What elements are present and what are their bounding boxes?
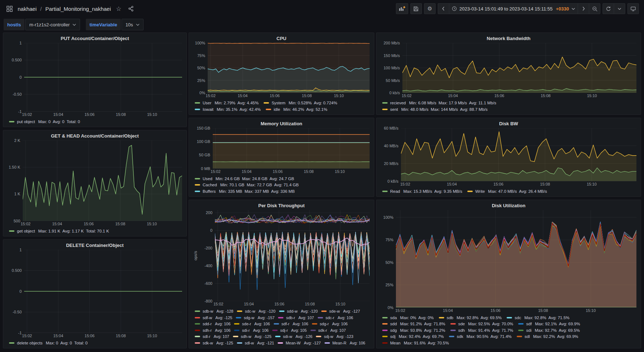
panel-title-diskbw[interactable]: Disk BW	[381, 119, 636, 128]
legend-item-sdf-w[interactable]: sdf-wAvg: -125	[195, 315, 232, 321]
legend-item-delete-objects[interactable]: delete objectsMax: 0 Avg: 0 Total: 0	[9, 340, 182, 346]
legend-item-sda[interactable]: sdaMax: 0% Avg: 0%	[382, 315, 434, 321]
variable-value-hostls[interactable]: m-r1z1s2-controller	[25, 19, 80, 30]
legend-item-sdl-w[interactable]: sdl-wAvg: -121	[237, 340, 274, 346]
panel-title-put[interactable]: PUT Account/Container/Object	[8, 34, 182, 43]
chart-canvas[interactable]	[213, 128, 370, 169]
chart-diskutil[interactable]: 100%75%50%25%0%15:0215:0415:0615:0815:10…	[381, 210, 636, 347]
dashboard-settings-button[interactable]: ⚙	[424, 3, 436, 14]
chart-cpu[interactable]: 100%75%50%25%0%15:0215:0415:0615:0815:10…	[193, 43, 370, 113]
zoom-out-button[interactable]	[589, 3, 600, 14]
legend-item-put-object[interactable]: put objectMax: 0 Avg: 0 Total: 0	[9, 119, 182, 125]
legend-item-sdf-r[interactable]: sdf-rAvg: 106	[274, 321, 308, 327]
panel-title-memory[interactable]: Memory Utilization	[193, 119, 370, 128]
legend-item-sdb-w[interactable]: sdb-wAvg: -128	[195, 308, 233, 314]
chart-canvas[interactable]	[208, 43, 370, 93]
legend-item-sdc-w[interactable]: sdc-wAvg: -120	[237, 308, 275, 314]
legend-item-sdi[interactable]: sdiMax: 92.7% Avg: 69.5%	[518, 327, 580, 334]
save-dashboard-button[interactable]	[410, 3, 422, 14]
legend-item-sdb[interactable]: sdbMax: 92.8% Avg: 69.5%	[439, 315, 502, 321]
legend-item-sent[interactable]: sentMin: 48.0 Mb/s Max: 144 Mb/s Avg: 88…	[382, 107, 636, 113]
legend-item-sdg-w[interactable]: sdg-wAvg: -157	[236, 315, 274, 321]
apps-grid-icon[interactable]	[5, 5, 14, 13]
series-color-marker	[195, 102, 200, 104]
legend-item-sdl-r[interactable]: sdl-rAvg: 107	[195, 334, 229, 340]
legend-item-recieved[interactable]: recievedMin: 6.08 Mb/s Max: 17.9 Mb/s Av…	[382, 100, 636, 106]
legend-item-sdj[interactable]: sdjMax: 92.4% Avg: 69.7%	[382, 334, 444, 340]
chart-canvas[interactable]	[24, 43, 182, 112]
legend-item-write[interactable]: WriteMax: 47.0 MB/s Avg: 26.4 MB/s	[467, 188, 547, 195]
legend-item-sdk-r[interactable]: sdk-rAvg: 107	[310, 327, 346, 334]
star-icon[interactable]: ☆	[115, 4, 123, 13]
legend-item-cached[interactable]: CachedMin: 70.1 GB Max: 72.7 GB Avg: 71.…	[195, 182, 370, 188]
chart-delete[interactable]: 10.5000-0.50-115:0215:0415:0615:0815:10d…	[8, 250, 182, 347]
legend-item-sdc-r[interactable]: sdc-rAvg: 106	[318, 315, 353, 321]
chart-perdisk[interactable]: ops/s2000-200-400-600-80015:0215:0415:06…	[193, 210, 370, 347]
legend-item-sdf[interactable]: sdfMax: 92.1% Avg: 69.9%	[518, 321, 580, 327]
legend-item-sdl[interactable]: sdlMax: 92.2% Avg: 69.9%	[517, 334, 578, 340]
panel-title-network[interactable]: Network Bandwidth	[381, 34, 636, 43]
legend-item-system[interactable]: SystemMin: 0.528% Avg: 0.724%	[264, 100, 337, 106]
refresh-button[interactable]	[603, 3, 614, 14]
chart-canvas[interactable]	[215, 210, 370, 301]
time-range-picker-button[interactable]: 2023-03-14 15:01:49 to 2023-03-14 15:11:…	[449, 3, 578, 14]
chart-canvas[interactable]	[24, 250, 182, 333]
legend-item-mean[interactable]: MeanMax: 91.6% Avg: 70.5%	[382, 340, 449, 346]
legend-item-sdd-w[interactable]: sdd-wAvg: -120	[279, 308, 318, 314]
legend-item-sde-w[interactable]: sde-wAvg: -127	[321, 308, 360, 314]
share-icon[interactable]	[127, 5, 135, 12]
refresh-interval-dropdown[interactable]	[614, 3, 625, 14]
legend-item-sdh-w[interactable]: sdh-wAvg: -125	[233, 334, 272, 340]
panel-title-get[interactable]: GET & HEAD Account/Container/Object	[8, 132, 182, 140]
y-tick-label: 75%	[197, 53, 205, 58]
legend-item-sdg[interactable]: sdgMax: 93.8% Avg: 71.2%	[382, 327, 445, 334]
series-stats: Avg: 107	[213, 334, 229, 340]
chart-canvas[interactable]	[23, 140, 182, 221]
kiosk-mode-button[interactable]	[627, 3, 639, 14]
panel-title-diskutil[interactable]: Disk Utilization	[381, 201, 636, 210]
variable-value-timevariable[interactable]: 10s	[122, 19, 144, 30]
timezone-offset: +0330	[556, 6, 569, 12]
legend-item-sdk[interactable]: sdkMax: 90.5% Avg: 71.4%	[449, 334, 512, 340]
legend-item-idle[interactable]: idleMin: 46.2% Avg: 52.1%	[266, 107, 327, 113]
legend-item-sdi-r[interactable]: sdi-rAvg: 106	[234, 327, 269, 334]
panel-title-cpu[interactable]: CPU	[193, 34, 370, 43]
legend-item-iowait[interactable]: IowaitMin: 35.1% Avg: 42.4%	[195, 107, 261, 113]
time-range-back-button[interactable]	[438, 3, 449, 14]
legend-item-read[interactable]: ReadMax: 15.3 MB/s Avg: 9.35 MB/s	[382, 188, 462, 195]
legend-item-sdc[interactable]: sdcMax: 92.8% Avg: 71.5%	[507, 315, 569, 321]
legend-item-used[interactable]: UsedMin: 24.6 GB Max: 24.8 GB Avg: 24.7 …	[195, 176, 370, 182]
panel-title-delete[interactable]: DELETE Container/Object	[8, 241, 182, 250]
chart-get[interactable]: 2 K1.50 K1 K50015:0215:0415:0615:0815:10…	[8, 140, 182, 235]
legend-item-sdg-r[interactable]: sdg-rAvg: 106	[312, 321, 348, 327]
add-panel-button[interactable]	[396, 3, 408, 14]
legend-item-sdh[interactable]: sdhMax: 91.4% Avg: 71.7%	[450, 327, 513, 334]
legend-item-sdj-r[interactable]: sdj-rAvg: 105	[272, 327, 307, 334]
legend-item-sde[interactable]: sdeMax: 92.5% Avg: 70.0%	[450, 321, 513, 327]
x-tick-label: 15:08	[302, 94, 312, 98]
chart-canvas[interactable]	[401, 128, 636, 181]
time-range-forward-button[interactable]	[578, 3, 589, 14]
legend-item-sde-r[interactable]: sde-rAvg: 106	[234, 321, 270, 327]
chart-diskbw[interactable]: 60 MB/s40 MB/s20 MB/s0 kB/s15:0215:0415:…	[381, 128, 636, 195]
chart-canvas[interactable]	[402, 43, 636, 93]
legend-item-get-object[interactable]: get objectMax: 1.91 K Avg: 1.17 K Total:…	[9, 228, 182, 234]
panel-title-perdisk[interactable]: Per Disk Throughput	[193, 201, 370, 210]
legend-item-sdj-w[interactable]: sdj-wAvg: -123	[316, 334, 353, 340]
chart-put[interactable]: 10.5000-0.50-115:0215:0415:0615:0815:10p…	[8, 43, 182, 125]
chart-memory[interactable]: 150 GB100 GB50 GB0 MB15:0215:0415:0615:0…	[193, 128, 370, 195]
legend-item-sdb-r[interactable]: sdb-rAvg: 107	[278, 315, 314, 321]
legend-item-user[interactable]: UserMin: 2.79% Avg: 4.45%	[195, 100, 259, 106]
legend-item-mean-r[interactable]: Mean-RAvg: 106	[325, 340, 365, 346]
legend-item-sdi-w[interactable]: sdi-wAvg: -126	[275, 334, 313, 340]
legend-item-sdk-w[interactable]: sdk-wAvg: -125	[195, 340, 233, 346]
breadcrumb-dashboard-title[interactable]: Partial_Monitoring_nakhaei	[45, 6, 111, 12]
chart-canvas[interactable]	[396, 210, 636, 308]
legend-item-sdd-r[interactable]: sdd-rAvg: 106	[195, 321, 230, 327]
legend-item-sdh-r[interactable]: sdh-rAvg: 106	[195, 327, 230, 334]
legend-item-mean-w[interactable]: Mean-WAvg: -127	[278, 340, 321, 346]
legend-item-buffers[interactable]: BuffersMin: 335 MB Max: 337 MB Avg: 336 …	[195, 188, 370, 195]
legend-item-sdd[interactable]: sddMax: 91.2% Avg: 71.8%	[382, 321, 445, 327]
breadcrumb-folder[interactable]: nakhaei	[18, 6, 37, 12]
chart-network[interactable]: 200 Mb/s150 Mb/s100 Mb/s50 Mb/s0 kb/s15:…	[381, 43, 636, 113]
